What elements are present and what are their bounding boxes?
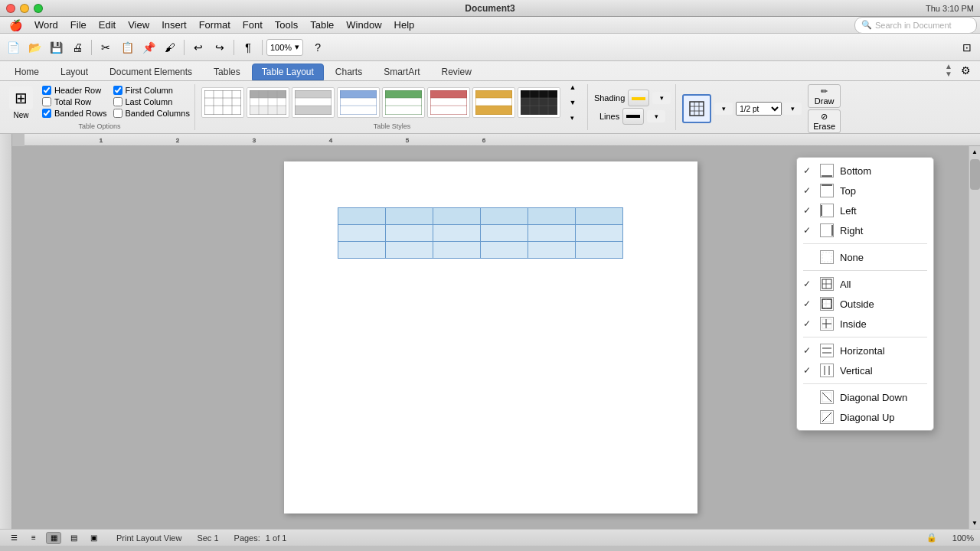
new-btn[interactable]: 📄 — [3, 37, 23, 57]
print-btn[interactable]: 🖨 — [67, 37, 87, 57]
lines-color-btn[interactable] — [622, 108, 644, 125]
table-cell[interactable] — [480, 208, 528, 225]
ts-btn-dark[interactable] — [518, 87, 560, 118]
status-list2-btn[interactable]: ≡ — [26, 532, 41, 544]
search-box[interactable]: 🔍 Search in Document — [854, 17, 977, 34]
help-btn[interactable]: ? — [308, 37, 328, 57]
menu-edit[interactable]: Edit — [93, 18, 122, 32]
menu-view[interactable]: View — [122, 18, 155, 32]
header-row-cb[interactable]: Header Row — [42, 86, 107, 95]
pilcrow-btn[interactable]: ¶ — [238, 37, 258, 57]
border-diagonal-down-item[interactable]: Diagonal Down — [797, 387, 933, 407]
table-cell[interactable] — [528, 208, 575, 225]
menu-format[interactable]: Format — [193, 18, 237, 32]
table-cell[interactable] — [528, 225, 575, 242]
borders-btn[interactable] — [682, 94, 711, 123]
table-cell[interactable] — [385, 242, 433, 259]
status-view3-btn[interactable]: ▣ — [86, 532, 101, 544]
lines-dropdown-btn[interactable]: ▾ — [647, 110, 665, 122]
maximize-button[interactable] — [34, 4, 43, 13]
table-cell[interactable] — [575, 242, 622, 259]
tab-document-elements[interactable]: Document Elements — [100, 64, 202, 80]
table-cell[interactable] — [385, 225, 433, 242]
header-row-input[interactable] — [42, 86, 51, 95]
tab-smartart[interactable]: SmartArt — [374, 64, 430, 80]
border-diagonal-up-item[interactable]: Diagonal Up — [797, 407, 933, 427]
styles-scroll-up[interactable]: ▲ — [563, 84, 583, 94]
tab-review[interactable]: Review — [432, 64, 482, 80]
total-row-cb[interactable]: Total Row — [42, 97, 107, 106]
ts-btn-6[interactable] — [427, 87, 470, 118]
table-cell[interactable] — [433, 208, 480, 225]
redo-btn[interactable]: ↪ — [210, 37, 230, 57]
border-top-item[interactable]: ✓ Top — [797, 181, 933, 201]
status-view-btn[interactable]: ▦ — [46, 532, 61, 544]
ts-btn-5[interactable] — [382, 87, 425, 118]
styles-more[interactable]: ▾ — [563, 111, 583, 121]
table-cell[interactable] — [433, 225, 480, 242]
vertical-scrollbar[interactable]: ▲ ▼ — [969, 146, 980, 529]
ts-btn-3[interactable] — [292, 87, 335, 118]
table-cell[interactable] — [385, 208, 433, 225]
window-controls[interactable] — [6, 4, 43, 13]
menu-help[interactable]: Help — [388, 18, 421, 32]
status-list-btn[interactable]: ☰ — [6, 532, 21, 544]
save-btn[interactable]: 💾 — [46, 37, 66, 57]
menu-insert[interactable]: Insert — [155, 18, 193, 32]
resize-btn[interactable]: ⊡ — [957, 37, 977, 57]
ribbon-down-arrow[interactable]: ▼ — [945, 70, 952, 78]
menu-word[interactable]: Word — [28, 18, 64, 32]
border-horizontal-item[interactable]: ✓ Horizontal — [797, 341, 933, 360]
first-column-cb[interactable]: First Column — [113, 86, 190, 95]
table-cell[interactable] — [338, 242, 385, 259]
border-left-item[interactable]: ✓ Left — [797, 201, 933, 220]
last-column-cb[interactable]: Last Column — [113, 97, 190, 106]
ts-btn-7[interactable] — [472, 87, 515, 118]
tab-home[interactable]: Home — [5, 64, 49, 80]
shading-color-btn[interactable] — [628, 90, 649, 106]
styles-scroll-down[interactable]: ▼ — [563, 96, 583, 109]
line-width-dropdown[interactable]: ▾ — [783, 103, 802, 115]
line-width-select[interactable]: 1/2 pt 1 pt 1.5 pt 2 pt — [736, 102, 782, 116]
menu-tools[interactable]: Tools — [269, 18, 304, 32]
copy-btn[interactable]: 📋 — [117, 37, 137, 57]
format-painter-btn[interactable]: 🖌 — [160, 37, 180, 57]
minimize-button[interactable] — [20, 4, 29, 13]
shading-dropdown-btn[interactable]: ▾ — [652, 92, 671, 104]
first-column-input[interactable] — [113, 86, 122, 95]
apple-menu[interactable]: 🍎 — [3, 18, 28, 33]
menu-window[interactable]: Window — [340, 18, 387, 32]
table-cell[interactable] — [338, 225, 385, 242]
cut-btn[interactable]: ✂ — [96, 37, 116, 57]
banded-rows-cb[interactable]: Banded Rows — [42, 109, 107, 118]
scrollbar-up[interactable]: ▲ — [969, 146, 981, 158]
table-cell[interactable] — [338, 208, 385, 225]
scrollbar-down[interactable]: ▼ — [969, 517, 981, 529]
paste-btn[interactable]: 📌 — [139, 37, 158, 57]
banded-columns-cb[interactable]: Banded Columns — [113, 109, 190, 118]
ts-btn-2[interactable] — [247, 87, 289, 118]
table-cell[interactable] — [528, 242, 575, 259]
open-btn[interactable]: 📂 — [24, 37, 44, 57]
banded-rows-input[interactable] — [42, 109, 51, 118]
border-inside-item[interactable]: ✓ Inside — [797, 314, 933, 334]
border-all-item[interactable]: ✓ All — [797, 274, 933, 294]
ribbon-gear-btn[interactable]: ⚙ — [956, 60, 975, 80]
menu-file[interactable]: File — [64, 18, 93, 32]
scrollbar-thumb[interactable] — [970, 159, 980, 190]
new-table-btn[interactable]: ⊞ — [9, 86, 33, 109]
status-view2-btn[interactable]: ▤ — [66, 532, 81, 544]
border-bottom-item[interactable]: ✓ Bottom — [797, 161, 933, 181]
total-row-input[interactable] — [42, 97, 51, 106]
table-cell[interactable] — [433, 242, 480, 259]
border-vertical-item[interactable]: ✓ Vertical — [797, 360, 933, 380]
draw-border-btn[interactable]: ✏ Draw — [808, 84, 841, 108]
table-cell[interactable] — [575, 225, 622, 242]
ts-btn-4[interactable] — [337, 87, 380, 118]
tab-table-layout[interactable]: Table Layout — [252, 64, 324, 80]
document-table[interactable] — [338, 207, 623, 259]
tab-layout[interactable]: Layout — [51, 64, 98, 80]
banded-columns-input[interactable] — [113, 109, 122, 118]
tab-tables[interactable]: Tables — [204, 64, 250, 80]
table-cell[interactable] — [480, 242, 528, 259]
